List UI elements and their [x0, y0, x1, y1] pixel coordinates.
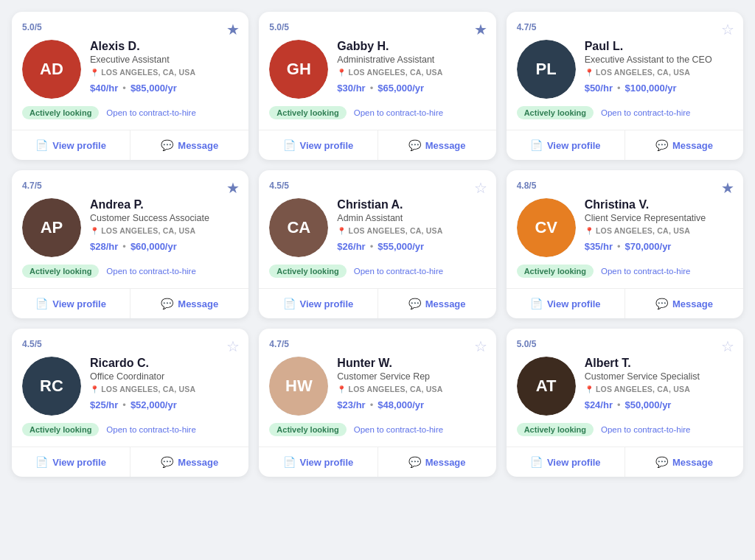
profile-row-christina: CV Christina V. Client Service Represent…	[517, 198, 733, 257]
profile-info-christina: Christina V. Client Service Representati…	[585, 198, 733, 255]
view-profile-icon-gabby: 📄	[283, 139, 296, 151]
hourly-rate-gabby: $30/hr	[337, 83, 365, 94]
view-profile-label-alexis: View profile	[52, 140, 106, 151]
contract-text-gabby: Open to contract-to-hire	[354, 108, 443, 117]
view-profile-button-albert[interactable]: 📄 View profile	[507, 447, 625, 477]
card-footer-paul: 📄 View profile 💬 Message	[507, 130, 743, 160]
avatar-placeholder-christina: CV	[517, 198, 576, 257]
hourly-rate-christina: $35/hr	[585, 241, 613, 252]
rate-row-paul: $50/hr • $100,000/yr	[585, 83, 733, 94]
message-button-ricardo[interactable]: 💬 Message	[131, 447, 248, 477]
message-button-gabby[interactable]: 💬 Message	[378, 130, 496, 160]
badge-row-ricardo: Actively looking Open to contract-to-hir…	[22, 423, 238, 436]
view-profile-button-paul[interactable]: 📄 View profile	[507, 130, 625, 160]
profile-title-paul: Executive Assistant to the CEO	[585, 55, 733, 65]
profile-title-alexis: Executive Assistant	[90, 55, 238, 65]
location-text-ricardo: LOS ANGELES, CA, USA	[101, 385, 195, 393]
avatar-placeholder-hunter: HW	[269, 357, 328, 416]
message-button-alexis[interactable]: 💬 Message	[131, 130, 248, 160]
message-button-christian[interactable]: 💬 Message	[378, 289, 496, 318]
candidate-card-gabby: 5.0/5 ★ GH Gabby H. Administrative Assis…	[259, 12, 495, 160]
avatar-paul: PL	[517, 40, 576, 99]
star-button-alexis[interactable]: ★	[226, 21, 240, 38]
rate-row-albert: $24/hr • $50,000/yr	[585, 399, 733, 410]
card-footer-alexis: 📄 View profile 💬 Message	[12, 130, 248, 160]
rating-albert: 5.0/5	[517, 339, 733, 349]
message-button-andrea[interactable]: 💬 Message	[131, 289, 248, 318]
message-label-christian: Message	[425, 298, 466, 309]
view-profile-button-gabby[interactable]: 📄 View profile	[259, 130, 378, 160]
message-label-gabby: Message	[425, 140, 466, 151]
location-text-christian: LOS ANGELES, CA, USA	[349, 226, 443, 235]
star-button-albert[interactable]: ☆	[721, 337, 734, 355]
star-button-paul[interactable]: ☆	[721, 21, 734, 38]
star-button-hunter[interactable]: ☆	[474, 337, 487, 355]
star-button-christina[interactable]: ★	[721, 179, 734, 197]
location-icon-christina: 📍	[585, 227, 594, 235]
candidate-card-paul: 4.7/5 ☆ PL Paul L. Executive Assistant t…	[507, 12, 743, 160]
rate-dot-ricardo: •	[122, 399, 126, 410]
hourly-rate-ricardo: $25/hr	[90, 399, 118, 410]
rating-christian: 4.5/5	[269, 181, 485, 191]
rate-dot-alexis: •	[122, 83, 126, 94]
yearly-rate-christina: $70,000/yr	[625, 241, 672, 252]
avatar-christina: CV	[517, 198, 576, 257]
profile-name-christina: Christina V.	[585, 198, 733, 211]
view-profile-button-hunter[interactable]: 📄 View profile	[259, 447, 378, 477]
message-label-christina: Message	[672, 298, 713, 309]
message-icon-andrea: 💬	[161, 298, 173, 309]
profile-name-albert: Albert T.	[585, 357, 733, 370]
rate-row-alexis: $40/hr • $85,000/yr	[90, 83, 238, 94]
card-footer-andrea: 📄 View profile 💬 Message	[12, 288, 248, 318]
rate-dot-christina: •	[617, 241, 621, 252]
star-button-gabby[interactable]: ★	[474, 21, 487, 38]
actively-looking-badge-albert: Actively looking	[517, 423, 594, 436]
star-button-ricardo[interactable]: ☆	[226, 337, 240, 355]
view-profile-icon-albert: 📄	[530, 456, 543, 468]
message-button-hunter[interactable]: 💬 Message	[378, 447, 496, 477]
view-profile-icon-andrea: 📄	[35, 298, 48, 309]
hourly-rate-andrea: $28/hr	[90, 241, 118, 252]
badge-row-alexis: Actively looking Open to contract-to-hir…	[22, 106, 238, 119]
actively-looking-badge-christian: Actively looking	[269, 265, 346, 278]
message-label-paul: Message	[672, 140, 713, 151]
view-profile-button-christina[interactable]: 📄 View profile	[507, 289, 625, 318]
yearly-rate-albert: $50,000/yr	[625, 399, 672, 410]
card-body-albert: 5.0/5 ☆ AT Albert T. Customer Service Sp…	[507, 329, 743, 447]
rate-row-hunter: $23/hr • $48,000/yr	[337, 399, 485, 410]
card-footer-gabby: 📄 View profile 💬 Message	[259, 130, 495, 160]
view-profile-button-ricardo[interactable]: 📄 View profile	[12, 447, 131, 477]
view-profile-button-christian[interactable]: 📄 View profile	[259, 289, 378, 318]
view-profile-label-christina: View profile	[547, 298, 601, 309]
location-christina: 📍 LOS ANGELES, CA, USA	[585, 226, 733, 235]
message-button-paul[interactable]: 💬 Message	[625, 130, 743, 160]
location-icon-albert: 📍	[585, 385, 594, 393]
avatar-placeholder-gabby: GH	[269, 40, 328, 99]
view-profile-label-albert: View profile	[547, 457, 601, 468]
star-button-andrea[interactable]: ★	[226, 179, 240, 197]
card-footer-albert: 📄 View profile 💬 Message	[507, 447, 743, 477]
rate-row-ricardo: $25/hr • $52,000/yr	[90, 399, 238, 410]
yearly-rate-ricardo: $52,000/yr	[131, 399, 177, 410]
avatar-christian: CA	[269, 198, 328, 257]
card-body-gabby: 5.0/5 ★ GH Gabby H. Administrative Assis…	[259, 12, 495, 130]
profile-row-ricardo: RC Ricardo C. Office Coordinator 📍 LOS A…	[22, 357, 238, 416]
location-text-christina: LOS ANGELES, CA, USA	[596, 226, 690, 235]
rating-andrea: 4.7/5	[22, 181, 238, 191]
yearly-rate-andrea: $60,000/yr	[131, 241, 177, 252]
view-profile-button-andrea[interactable]: 📄 View profile	[12, 289, 131, 318]
star-button-christian[interactable]: ☆	[474, 179, 487, 197]
profile-info-albert: Albert T. Customer Service Specialist 📍 …	[585, 357, 733, 413]
profile-info-hunter: Hunter W. Customer Service Rep 📍 LOS ANG…	[337, 357, 485, 413]
card-body-christian: 4.5/5 ☆ CA Christian A. Admin Assistant …	[259, 170, 495, 288]
yearly-rate-alexis: $85,000/yr	[131, 83, 177, 94]
card-footer-ricardo: 📄 View profile 💬 Message	[12, 447, 248, 477]
view-profile-button-alexis[interactable]: 📄 View profile	[12, 130, 131, 160]
location-paul: 📍 LOS ANGELES, CA, USA	[585, 68, 733, 77]
avatar-gabby: GH	[269, 40, 328, 99]
location-icon-gabby: 📍	[337, 69, 346, 77]
candidate-card-albert: 5.0/5 ☆ AT Albert T. Customer Service Sp…	[507, 329, 743, 477]
message-button-albert[interactable]: 💬 Message	[625, 447, 743, 477]
view-profile-label-christian: View profile	[300, 298, 354, 309]
message-button-christina[interactable]: 💬 Message	[625, 289, 743, 318]
